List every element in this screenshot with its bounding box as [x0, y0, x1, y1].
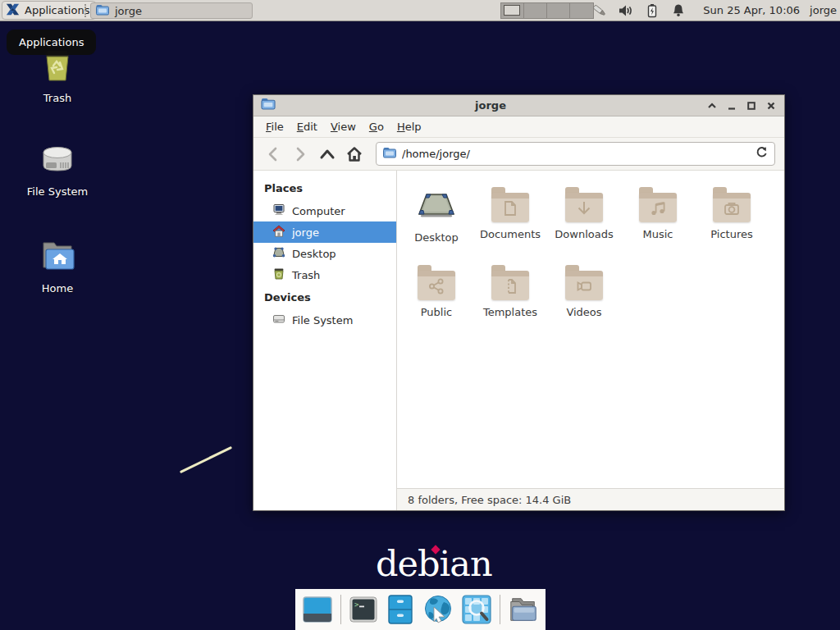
notifications-bell-icon[interactable] [670, 2, 687, 19]
dock-separator [500, 595, 500, 624]
file-grid: Desktop Documents [397, 171, 784, 488]
window-controls [705, 99, 777, 112]
workspace-2[interactable] [524, 3, 547, 18]
status-text: 8 folders, Free space: 14.4 GiB [408, 494, 571, 506]
workspace-4[interactable] [570, 3, 593, 18]
menu-view[interactable]: View [324, 117, 363, 136]
maximize-button[interactable] [745, 99, 757, 112]
debian-wordmark: debian [376, 543, 492, 584]
file-manager-icon[interactable] [386, 594, 415, 625]
svg-text:>: > [354, 600, 359, 609]
file-item-videos[interactable]: Videos [547, 262, 621, 340]
battery-charging-icon[interactable] [644, 2, 660, 19]
sidebar-item-jorge[interactable]: jorge [253, 221, 396, 243]
home-folder-icon [39, 238, 76, 277]
home-button[interactable] [344, 144, 365, 165]
file-label: Documents [480, 228, 541, 240]
file-label: Public [421, 306, 452, 318]
minimize-button[interactable] [725, 99, 737, 112]
applications-menu-label: Applications [25, 4, 89, 16]
folder-videos-icon [565, 271, 603, 300]
window-title: jorge [276, 99, 705, 112]
app-finder-icon[interactable] [461, 594, 492, 625]
menu-edit[interactable]: Edit [290, 117, 324, 136]
panel-right-cluster: Sun 25 Apr, 10:06 jorge [591, 0, 837, 21]
desktop-icon-file-system[interactable]: File System [18, 143, 97, 198]
web-browser-icon[interactable] [422, 594, 454, 625]
recent-folder-icon[interactable] [508, 594, 539, 625]
user-home-icon [272, 225, 285, 240]
desktop: Applications jorge [0, 0, 840, 630]
file-item-public[interactable]: Public [399, 262, 473, 340]
desktop-icon-label: Home [42, 282, 73, 294]
folder-pictures-icon [713, 193, 751, 222]
sidebar-item-label: File System [292, 314, 353, 326]
sidebar-item-label: Trash [292, 269, 320, 281]
folder-documents-icon [491, 193, 529, 222]
sidebar: Places Computer [253, 171, 397, 510]
top-panel: Applications jorge [0, 0, 840, 21]
back-button[interactable] [262, 144, 284, 165]
file-label: Music [643, 228, 673, 240]
menu-file[interactable]: File [259, 117, 290, 136]
panel-username: jorge [810, 4, 837, 16]
file-item-templates[interactable]: Templates [473, 262, 547, 340]
workspace-1[interactable] [501, 3, 524, 18]
stray-line-artifact [180, 446, 232, 473]
menu-help[interactable]: Help [390, 117, 428, 136]
panel-clock[interactable]: Sun 25 Apr, 10:06 [703, 4, 800, 16]
volume-icon[interactable] [618, 2, 634, 19]
sidebar-item-label: jorge [292, 226, 319, 239]
window-folder-icon [96, 4, 109, 18]
workspace-pager [500, 2, 594, 19]
applications-menu-button[interactable]: Applications [2, 1, 96, 20]
sidebar-item-file-system[interactable]: File System [253, 309, 396, 331]
file-manager-window: jorge File Edit View Go Help [253, 94, 785, 511]
file-item-desktop[interactable]: Desktop [399, 185, 473, 262]
sidebar-item-label: Computer [292, 205, 345, 217]
trash-icon [272, 267, 285, 282]
window-folder-icon [261, 98, 276, 113]
shade-button[interactable] [705, 99, 718, 112]
taskbar-window-button[interactable]: jorge [90, 2, 253, 19]
show-desktop-icon[interactable] [302, 594, 333, 625]
file-label: Videos [566, 306, 601, 318]
file-label: Pictures [710, 228, 752, 240]
status-bar: 8 folders, Free space: 14.4 GiB [397, 488, 784, 510]
close-button[interactable] [765, 99, 777, 112]
menu-go[interactable]: Go [363, 117, 390, 136]
path-input[interactable] [402, 148, 750, 160]
toolbar [253, 138, 784, 171]
up-button[interactable] [317, 144, 338, 165]
file-label: Templates [483, 306, 537, 318]
reload-icon[interactable] [756, 146, 768, 162]
sidebar-item-desktop[interactable]: Desktop [253, 243, 396, 264]
file-item-pictures[interactable]: Pictures [695, 185, 769, 262]
sidebar-header-devices: Devices [253, 285, 396, 309]
path-bar [376, 142, 775, 166]
file-item-documents[interactable]: Documents [473, 185, 547, 262]
panel-handle[interactable] [84, 4, 87, 17]
sidebar-item-computer[interactable]: Computer [253, 200, 396, 221]
workspace-3[interactable] [547, 3, 570, 18]
sidebar-header-places: Places [253, 176, 396, 200]
file-item-music[interactable]: Music [621, 185, 695, 262]
terminal-icon[interactable]: > [349, 594, 378, 625]
stylus-tray-icon[interactable] [591, 2, 608, 19]
forward-button[interactable] [290, 144, 311, 165]
workspace-window-miniature [504, 5, 520, 16]
desktop-icon-home[interactable]: Home [18, 238, 97, 294]
dock-separator [340, 595, 341, 624]
folder-downloads-icon [565, 193, 603, 222]
taskbar-window-title: jorge [115, 5, 142, 17]
path-folder-icon [383, 146, 396, 162]
file-item-downloads[interactable]: Downloads [547, 185, 621, 262]
menubar: File Edit View Go Help [253, 116, 784, 138]
window-titlebar[interactable]: jorge [253, 95, 784, 116]
sidebar-item-trash[interactable]: Trash [253, 264, 396, 285]
desktop-icon [272, 246, 285, 261]
hard-drive-icon [272, 313, 285, 327]
file-view: Desktop Documents [397, 171, 784, 510]
desktop-icon-label: File System [27, 185, 88, 198]
file-label: Desktop [414, 231, 459, 244]
